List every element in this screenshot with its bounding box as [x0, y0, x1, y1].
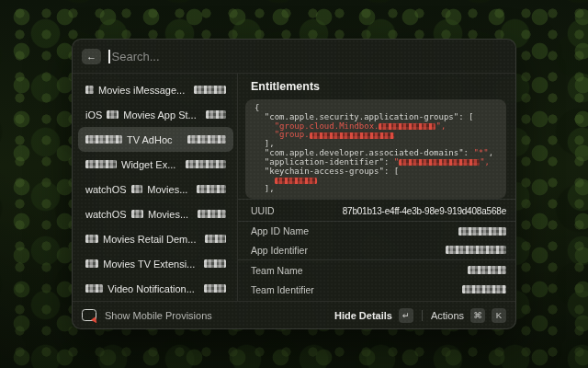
redacted-text	[131, 185, 143, 193]
metadata-section: UUID87b01b13-e4ff-4e3b-98e9-919d408a568e…	[238, 200, 515, 301]
list-item[interactable]: watchOSMovies...	[78, 201, 233, 226]
redacted-text	[205, 235, 226, 243]
list-item-label: Movies Retail Dem...	[103, 234, 196, 245]
metadata-label: UUID	[251, 205, 275, 216]
redacted-text	[204, 284, 226, 293]
redacted-text	[186, 160, 226, 168]
content-area: Movies iMessage...iOSMovies App St...TV …	[73, 74, 515, 301]
redacted-text	[85, 86, 94, 94]
code-string: ",	[480, 158, 490, 167]
list-item[interactable]: Movies iMessage...	[78, 77, 233, 102]
code-text: "keychain-access-groups": [	[254, 167, 399, 177]
metadata-label: Team Identifier	[251, 284, 314, 295]
list-item-label: Movies...	[148, 209, 188, 220]
list-item-label: Widget Ex...	[121, 159, 175, 170]
command-key-icon: ⌘	[470, 308, 485, 323]
redacted-text	[85, 160, 117, 168]
list-item[interactable]: Widget Ex...	[78, 152, 233, 177]
list-item-label: Movies...	[147, 184, 187, 195]
metadata-label: App ID Name	[251, 225, 309, 236]
list-item-label: watchOS	[85, 209, 127, 220]
redacted-text	[379, 123, 435, 130]
redacted-text	[310, 132, 394, 139]
redacted-text	[85, 135, 122, 144]
provision-seal-icon	[91, 316, 98, 324]
list-item-label: Movies App St...	[123, 109, 196, 121]
list-item[interactable]: Video Notification...	[78, 276, 233, 301]
back-arrow-icon: ←	[86, 51, 96, 62]
list-item-label: TV AdHoc	[127, 134, 173, 145]
metadata-row: UUID87b01b13-e4ff-4e3b-98e9-919d408a568e	[238, 201, 515, 221]
list-item[interactable]: Movies Retail Dem...	[78, 226, 233, 251]
code-text: ],	[254, 185, 275, 194]
text-cursor	[108, 50, 110, 63]
mobile-provisions-icon	[82, 309, 96, 321]
metadata-value: 87b01b13-e4ff-4e3b-98e9-919d408a568e	[343, 206, 506, 216]
redacted-text	[399, 159, 480, 166]
entitlements-heading: Entitlements	[238, 74, 515, 99]
k-key-icon: K	[492, 308, 506, 323]
list-item[interactable]: watchOSMovies...	[78, 177, 233, 201]
redacted-text	[187, 135, 226, 144]
list-item-label: Movies iMessage...	[98, 85, 185, 96]
extension-title: Show Mobile Provisions	[105, 310, 212, 321]
redacted-text	[194, 86, 226, 94]
redacted-text	[85, 259, 98, 268]
list-item-label: iOS	[85, 109, 102, 121]
redacted-text	[458, 227, 506, 236]
code-line: ],	[254, 185, 497, 194]
detail-panel: Entitlements { "com.apple.security.appli…	[238, 74, 515, 301]
launcher-window: ← Movies iMessage...iOSMovies App St...T…	[72, 39, 516, 329]
code-line	[254, 176, 497, 185]
list-item-label: watchOS	[85, 184, 127, 195]
search-bar: ←	[73, 40, 515, 74]
redacted-text	[85, 284, 103, 293]
metadata-row: App Identifier	[238, 241, 515, 260]
redacted-text	[85, 235, 98, 243]
list-item-label: Video Notification...	[107, 283, 195, 294]
redacted-text	[198, 210, 226, 218]
redacted-text	[275, 178, 317, 184]
code-line: "keychain-access-groups": [	[254, 167, 497, 177]
redacted-text	[462, 285, 506, 293]
code-string: "group.	[275, 131, 310, 140]
divider	[422, 310, 423, 321]
return-key-icon: ↵	[399, 308, 413, 323]
desktop-forest-wallpaper: { "colors": { "accent_red": "#e0564c", "…	[0, 0, 588, 368]
provision-list: Movies iMessage...iOSMovies App St...TV …	[73, 74, 238, 301]
code-string: ",	[435, 122, 446, 132]
list-item[interactable]: iOSMovies App St...	[78, 102, 233, 127]
search-input[interactable]	[112, 50, 507, 63]
metadata-label: App Identifier	[251, 245, 308, 256]
actions-button[interactable]: Actions	[431, 310, 464, 321]
footer-actions: Hide Details ↵ Actions ⌘ K	[334, 308, 506, 323]
code-line: "group.	[254, 131, 497, 140]
action-bar: Show Mobile Provisions Hide Details ↵ Ac…	[73, 301, 515, 328]
redacted-text	[446, 246, 506, 254]
metadata-row: App ID Name	[238, 222, 515, 241]
hide-details-button[interactable]: Hide Details	[334, 310, 392, 321]
metadata-row: Team Identifier	[238, 280, 515, 299]
redacted-text	[206, 110, 226, 119]
redacted-text	[107, 110, 119, 119]
redacted-text	[204, 259, 226, 268]
list-item[interactable]: TV AdHoc	[78, 127, 233, 152]
back-button[interactable]: ←	[82, 49, 101, 64]
list-item-label: Movies TV Extensi...	[103, 259, 195, 270]
entitlements-code-block[interactable]: { "com.apple.security.application-groups…	[245, 99, 506, 199]
redacted-text	[197, 185, 226, 193]
redacted-text	[131, 210, 143, 218]
redacted-text	[468, 266, 506, 274]
list-item[interactable]: Movies TV Extensi...	[78, 251, 233, 276]
metadata-label: Team Name	[251, 265, 303, 276]
metadata-row: Team Name	[238, 260, 515, 280]
